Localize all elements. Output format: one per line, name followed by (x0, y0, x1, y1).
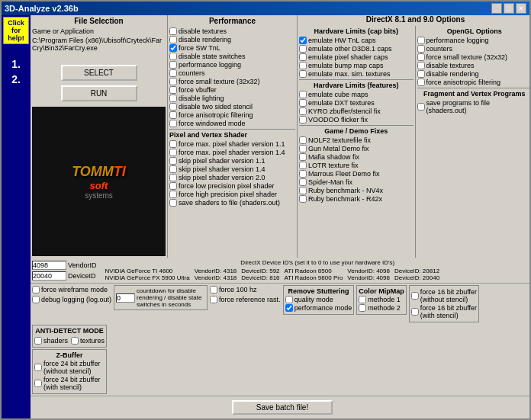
hw-features-options-checkbox-0[interactable] (299, 91, 307, 98)
game-fixes-options-item-3: LOTR texture fix (299, 162, 414, 169)
opengl-options-label-5: force anisotropic filtering (426, 79, 501, 86)
force24-stencil-checkbox[interactable] (34, 380, 42, 387)
game-fixes-options-checkbox-0[interactable] (299, 136, 307, 144)
hw-features-options: emulate cube mapsemulate DXT texturesKYR… (299, 91, 414, 123)
pixel-options-label-0: force max. pixel shader version 1.1 (179, 140, 285, 148)
game-fixes-options-checkbox-6[interactable] (299, 187, 307, 194)
opengl-panel: OpenGL Options performance loggingcounte… (416, 26, 530, 258)
hw-caps-options-checkbox-2[interactable] (299, 53, 307, 61)
opengl-options-item-1: counters (417, 45, 530, 53)
force-ref-checkbox[interactable] (210, 296, 217, 303)
pixel-options-label-3: skip pixel shader version 1.4 (179, 165, 266, 173)
hw-caps-options-checkbox-4[interactable] (299, 70, 307, 78)
pixel-options-item-2: skip pixel shader version 1.1 (169, 157, 295, 165)
opengl-options-checkbox-5[interactable] (417, 79, 425, 86)
quality-mode-item: quality mode (285, 296, 352, 303)
game-fixes-options-checkbox-5[interactable] (299, 178, 307, 186)
perf-options-checkbox-0[interactable] (169, 27, 177, 35)
perf-options-checkbox-10[interactable] (169, 111, 177, 119)
pixel-vertex-title: Pixel and Vertex Shader (169, 131, 295, 139)
perf-options-checkbox-7[interactable] (169, 86, 177, 94)
click-help-button[interactable]: Click for help! (3, 17, 29, 44)
hw-features-options-checkbox-2[interactable] (299, 107, 307, 115)
perf-options-checkbox-1[interactable] (169, 36, 177, 43)
hw-features-options-label-1: emulate DXT textures (308, 99, 375, 107)
maximize-button[interactable]: □ (504, 3, 514, 14)
hw-features-options-item-3: VOODOO flicker fix (299, 116, 414, 123)
minimize-button[interactable]: _ (491, 3, 502, 14)
opengl-options-checkbox-3[interactable] (417, 62, 425, 69)
performance-mode-checkbox[interactable] (285, 304, 293, 312)
textures-checkbox[interactable] (71, 337, 79, 345)
pixel-options-checkbox-1[interactable] (169, 149, 177, 156)
pixel-options-checkbox-2[interactable] (169, 157, 177, 165)
pixel-options-label-6: force high precision pixel shader (179, 191, 277, 198)
hw-features-options-checkbox-3[interactable] (299, 116, 307, 123)
performance-panel: Performance disable texturesdisable rend… (168, 15, 298, 258)
click-help-line1: Click (5, 19, 27, 27)
pixel-options-label-4: skip pixel shader version 2.0 (179, 174, 266, 181)
opengl-options-checkbox-0[interactable] (417, 37, 425, 44)
game-fixes-options-checkbox-1[interactable] (299, 145, 307, 152)
debug-logging-checkbox[interactable] (32, 296, 40, 303)
game-fixes-options-checkbox-3[interactable] (299, 162, 307, 169)
perf-options-checkbox-6[interactable] (169, 78, 177, 85)
perf-options-label-0: disable textures (179, 27, 227, 35)
run-button[interactable]: RUN (61, 85, 137, 101)
perf-options-label-11: force windowed mode (179, 120, 246, 127)
pixel-options-checkbox-6[interactable] (169, 191, 177, 198)
pixel-options-checkbox-4[interactable] (169, 174, 177, 181)
gpu-device-3: DeviceID: 20040 (392, 274, 442, 281)
device-id-input[interactable] (32, 271, 66, 281)
perf-options-checkbox-11[interactable] (169, 120, 177, 127)
top-row: File Selection Game or Application C:\Pr… (31, 15, 529, 258)
shaders-checkbox[interactable] (34, 337, 42, 345)
opengl-options-checkbox-1[interactable] (417, 45, 425, 53)
methode1-checkbox[interactable] (359, 296, 366, 303)
opengl-options-checkbox-4[interactable] (417, 70, 425, 78)
perf-options-checkbox-4[interactable] (169, 61, 177, 69)
perf-options-checkbox-8[interactable] (169, 95, 177, 102)
force16-nostencil-checkbox[interactable] (411, 292, 419, 300)
vendor-id-input[interactable] (32, 261, 66, 270)
perf-options-checkbox-2[interactable] (169, 44, 177, 52)
pixel-options-checkbox-5[interactable] (169, 182, 177, 190)
save-batch-button[interactable]: Save batch file! (232, 400, 333, 415)
perf-options-checkbox-9[interactable] (169, 103, 177, 111)
close-button[interactable]: × (516, 3, 526, 14)
hw-caps-options-checkbox-1[interactable] (299, 45, 307, 53)
perf-options-item-3: disable state switches (169, 53, 295, 60)
force-wireframe-checkbox[interactable] (32, 286, 40, 293)
pixel-options-checkbox-7[interactable] (169, 199, 177, 207)
force-100hz-checkbox[interactable] (210, 286, 217, 293)
game-fixes-options-checkbox-4[interactable] (299, 170, 307, 178)
hw-caps-options-checkbox-3[interactable] (299, 62, 307, 69)
opengl-options-checkbox-2[interactable] (417, 53, 425, 61)
hw-features-options-checkbox-1[interactable] (299, 99, 307, 107)
force16-nostencil-item: force 16 bit zbuffer(without stencil) (411, 288, 477, 303)
quality-mode-checkbox[interactable] (285, 296, 293, 303)
pixel-options-item-0: force max. pixel shader version 1.1 (169, 140, 295, 148)
pixel-options-label-7: save shaders to file (shaders.out) (179, 199, 280, 207)
force16-stencil-checkbox[interactable] (411, 308, 419, 316)
perf-options-label-4: performance logging (179, 61, 241, 69)
methode2-label: methode 2 (368, 304, 401, 312)
methode2-checkbox[interactable] (359, 304, 366, 312)
opengl-options-item-0: performance logging (417, 37, 530, 44)
perf-options-checkbox-3[interactable] (169, 53, 177, 60)
hw-caps-options-checkbox-0[interactable] (299, 37, 307, 44)
pixel-options-checkbox-0[interactable] (169, 140, 177, 148)
perf-options-checkbox-5[interactable] (169, 69, 177, 77)
countdown-input[interactable] (116, 293, 135, 303)
game-fixes-options-checkbox-2[interactable] (299, 153, 307, 161)
game-fixes-options-checkbox-7[interactable] (299, 195, 307, 203)
pixel-options-checkbox-3[interactable] (169, 165, 177, 173)
perf-options-item-4: performance logging (169, 61, 295, 69)
fragment-vertex-title: Fragment and Vertex Programs (417, 90, 530, 98)
select-button[interactable]: SELECT (61, 65, 137, 81)
fragment-options-checkbox-0[interactable] (417, 103, 425, 111)
vendor-id-label: VendorID (68, 261, 97, 269)
device-row: DeviceID (32, 271, 97, 281)
force24-nostencil-checkbox[interactable] (34, 364, 42, 371)
force-wireframe-label: force wireframe mode (41, 286, 108, 293)
